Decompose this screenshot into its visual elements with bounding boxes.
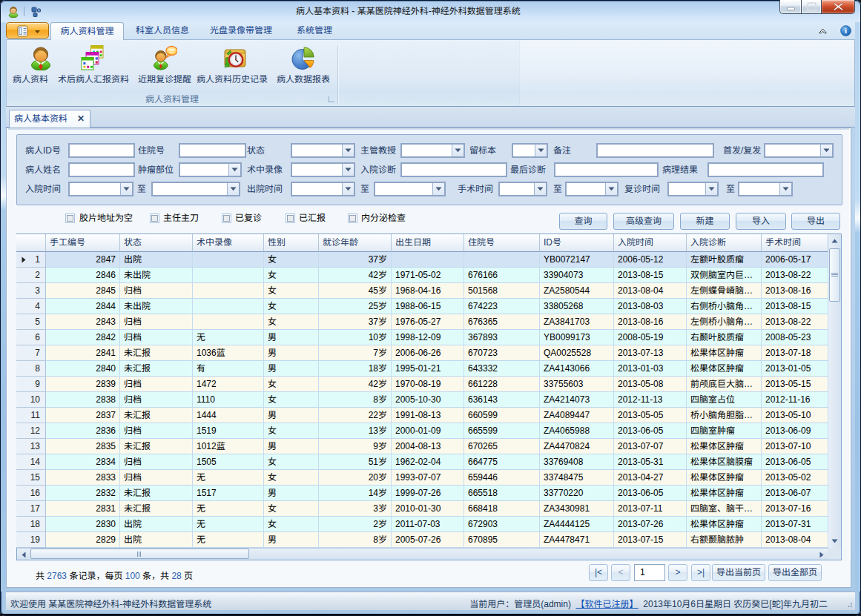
svg-text:i: i — [845, 26, 847, 35]
